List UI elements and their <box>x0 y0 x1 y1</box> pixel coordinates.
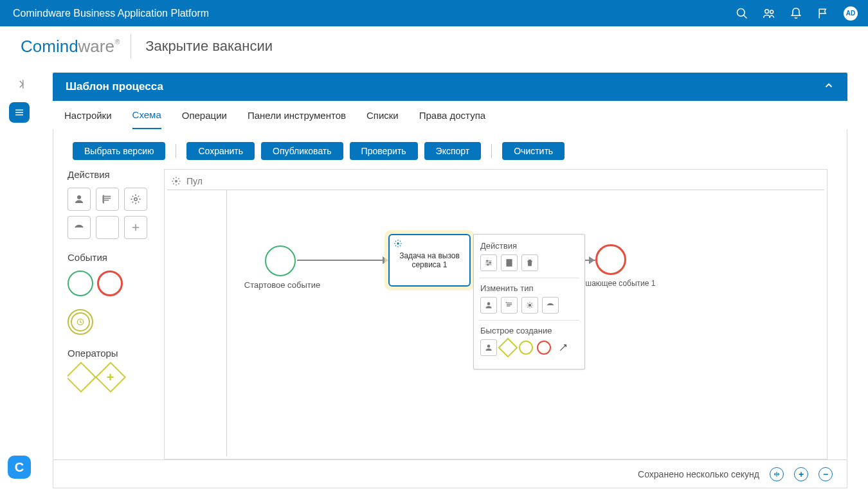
toolbar: Выбрать версию Сохранить Опубликовать Пр… <box>53 129 847 169</box>
palette-operators-label: Операторы <box>68 348 152 359</box>
pool-header[interactable]: Пул <box>167 172 824 190</box>
svg-point-0 <box>737 8 745 16</box>
logo-tail: ware <box>78 37 114 56</box>
ctx-type-user-button[interactable] <box>480 297 497 314</box>
palette-empty-task-button[interactable] <box>96 216 119 239</box>
gear-icon <box>393 239 402 250</box>
header-row: Comindware® Закрытие вакансии <box>0 26 868 66</box>
svg-point-2 <box>765 9 769 13</box>
save-status: Сохранено несколько секунд <box>638 469 759 479</box>
rail-collapse-button[interactable] <box>13 78 26 91</box>
svg-point-26 <box>487 344 491 348</box>
zoom-in-button[interactable]: + <box>794 467 808 481</box>
flag-icon[interactable] <box>817 7 829 20</box>
palette-subprocess-button[interactable] <box>68 216 91 239</box>
left-rail: C <box>0 66 39 498</box>
ctx-create-gateway-button[interactable] <box>498 337 518 357</box>
pool-label: Пул <box>186 176 203 186</box>
ctx-type-service-button[interactable] <box>521 297 538 314</box>
svg-point-24 <box>487 302 491 305</box>
svg-point-19 <box>489 262 491 263</box>
save-button[interactable]: Сохранить <box>186 142 255 160</box>
palette-script-task-button[interactable] <box>96 188 119 211</box>
topbar-actions: AD <box>736 6 858 21</box>
logo-registered: ® <box>115 39 120 46</box>
palette: Действия События <box>68 169 152 459</box>
logo: Comindware® <box>21 37 119 57</box>
sequence-flow[interactable] <box>297 260 386 261</box>
search-icon[interactable] <box>736 7 748 20</box>
lane-divider <box>226 190 227 456</box>
logo-main: Comind <box>21 37 78 56</box>
diagram-canvas[interactable]: Пул Стартовое событие Задача на вызов се… <box>164 169 827 459</box>
palette-end-event-button[interactable] <box>97 271 123 296</box>
toolbar-separator <box>176 144 176 158</box>
tab-operations[interactable]: Операции <box>182 101 227 129</box>
svg-point-3 <box>770 10 773 13</box>
gear-icon <box>171 176 181 186</box>
ctx-type-subprocess-button[interactable] <box>542 297 559 314</box>
start-event-node[interactable] <box>265 245 296 276</box>
tab-lists[interactable]: Списки <box>366 101 399 129</box>
palette-add-task-button[interactable] <box>124 216 147 239</box>
end-event-node[interactable] <box>595 244 626 275</box>
rail-help-button[interactable]: C <box>8 456 31 479</box>
ctx-create-flow-button[interactable] <box>555 339 572 356</box>
tab-access[interactable]: Права доступа <box>419 101 485 129</box>
palette-parallel-gateway-button[interactable] <box>95 362 126 393</box>
ctx-actions-label: Действия <box>480 241 578 251</box>
ctx-quick-create-label: Быстрое создание <box>480 326 578 335</box>
ctx-create-end-event-button[interactable] <box>537 341 551 355</box>
ctx-create-user-task-button[interactable] <box>480 339 497 356</box>
panel-title: Шаблон процесса <box>66 80 163 93</box>
palette-service-task-button[interactable] <box>124 188 147 211</box>
ctx-separator <box>479 320 579 321</box>
svg-point-25 <box>529 304 531 307</box>
svg-point-20 <box>487 264 489 265</box>
check-button[interactable]: Проверить <box>350 142 418 160</box>
palette-timer-event-button[interactable] <box>68 309 93 335</box>
bell-icon[interactable] <box>790 7 802 20</box>
node-context-menu: Действия Изменить тип <box>473 234 585 369</box>
publish-button[interactable]: Опубликовать <box>261 142 343 160</box>
sequence-flow-arrowhead <box>589 256 595 264</box>
ctx-separator <box>479 278 579 278</box>
palette-events-label: События <box>68 252 152 263</box>
ctx-create-intermediate-event-button[interactable] <box>519 341 533 355</box>
svg-point-14 <box>397 242 399 245</box>
app-title: Comindware Business Application Platform <box>13 8 209 19</box>
fit-to-screen-button[interactable] <box>770 467 784 481</box>
zoom-out-button[interactable]: − <box>818 467 833 481</box>
toolbar-separator <box>491 144 492 158</box>
svg-line-1 <box>744 15 747 18</box>
user-avatar[interactable]: AD <box>844 6 858 21</box>
start-event-label: Стартовое событие <box>234 280 330 290</box>
topbar: Comindware Business Application Platform… <box>0 0 868 26</box>
palette-start-event-button[interactable] <box>68 271 93 296</box>
ctx-script-button[interactable] <box>501 254 518 271</box>
export-button[interactable]: Экспорт <box>424 142 482 160</box>
select-version-button[interactable]: Выбрать версию <box>73 142 165 160</box>
tab-schema[interactable]: Схема <box>132 101 161 129</box>
service-task-node[interactable]: Задача на вызов сервиса 1 <box>388 234 471 287</box>
ctx-delete-button[interactable] <box>521 254 538 271</box>
clear-button[interactable]: Очистить <box>502 142 565 160</box>
svg-point-18 <box>487 260 488 262</box>
ctx-properties-button[interactable] <box>480 254 497 271</box>
palette-exclusive-gateway-button[interactable] <box>68 362 96 393</box>
svg-line-27 <box>560 346 565 351</box>
editor-footer: Сохранено несколько секунд + − <box>53 459 847 488</box>
users-icon[interactable] <box>763 7 775 20</box>
svg-point-8 <box>77 195 81 199</box>
palette-actions-label: Действия <box>68 169 152 180</box>
end-event-label: шающее событие 1 <box>585 279 656 289</box>
ctx-type-script-button[interactable] <box>501 297 518 314</box>
ctx-change-type-label: Изменить тип <box>480 283 578 293</box>
breadcrumb: Закрытие вакансии <box>145 38 273 55</box>
panel-collapse-button[interactable] <box>823 80 835 94</box>
palette-user-task-button[interactable] <box>68 188 91 211</box>
svg-point-13 <box>175 180 177 182</box>
rail-menu-button[interactable] <box>9 102 30 123</box>
tab-toolbars[interactable]: Панели инструментов <box>248 101 346 129</box>
tab-settings[interactable]: Настройки <box>64 101 112 129</box>
